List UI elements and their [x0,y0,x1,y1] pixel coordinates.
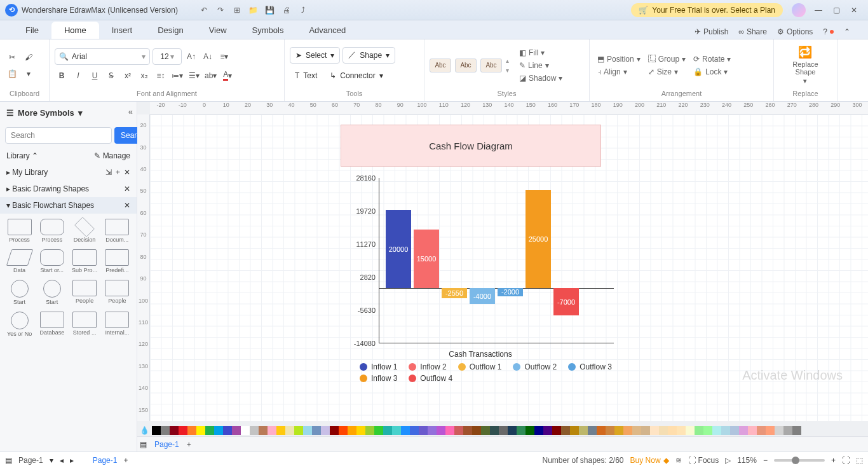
legend-item[interactable]: Inflow 2 [409,362,446,371]
status-page[interactable]: Page-1 [18,456,43,465]
color-swatch[interactable] [187,426,196,435]
next-page-button[interactable]: ▸ [70,456,74,465]
color-swatch[interactable] [223,426,232,435]
color-swatch[interactable] [445,426,454,435]
presentation-icon[interactable]: ▷ [725,456,731,465]
color-swatch[interactable] [285,426,294,435]
add-lib-icon[interactable]: + [116,168,120,177]
close-section-icon[interactable]: ✕ [124,201,130,210]
color-swatch[interactable] [472,426,481,435]
color-swatch[interactable] [312,426,321,435]
style-preset-2[interactable]: Abc [455,59,477,72]
color-swatch[interactable] [739,426,748,435]
color-swatch[interactable] [508,426,517,435]
menu-file[interactable]: File [13,22,51,39]
shape-start[interactable]: Start [36,277,67,308]
color-swatch[interactable] [517,426,526,435]
color-swatch[interactable] [695,426,703,435]
shape-start[interactable]: Start [4,277,35,308]
color-swatch[interactable] [659,426,668,435]
color-swatch[interactable] [703,426,712,435]
color-swatch[interactable] [677,426,686,435]
decrease-font-button[interactable]: A↓ [201,50,215,64]
color-swatch[interactable] [730,426,739,435]
more-symbols-label[interactable]: More Symbols [18,108,74,118]
manage-label[interactable]: Manage [103,151,130,160]
text-tool[interactable]: TText [290,67,322,84]
position-button[interactable]: ⬒Position▾ [595,53,643,65]
minimize-button[interactable]: — [810,1,827,19]
group-button[interactable]: ⿺Group▾ [646,53,688,65]
my-library-item[interactable]: My Library [12,168,48,177]
color-swatch[interactable] [356,426,365,435]
paste-button[interactable]: ▾ [22,67,36,81]
size-button[interactable]: ⤢Size▾ [646,66,681,78]
shape-startor[interactable]: Start or... [36,247,67,276]
add-page-status-button[interactable]: + [123,456,128,465]
color-swatch[interactable] [294,426,303,435]
color-swatch[interactable] [339,426,348,435]
color-swatch[interactable] [721,426,730,435]
menu-home[interactable]: Home [51,22,99,39]
shadow-button[interactable]: ◪Shadow▾ [517,72,565,84]
shape-yesorno[interactable]: Yes or No [4,309,35,340]
line-button[interactable]: ✎Line▾ [517,60,552,71]
import-lib-icon[interactable]: ⇲ [105,168,112,177]
color-swatch[interactable] [152,426,161,435]
shape-data[interactable]: Data [4,247,35,276]
color-swatch[interactable] [374,426,383,435]
underline-button[interactable]: U [88,69,102,83]
layers-icon[interactable]: ≋ [675,456,682,465]
rotate-button[interactable]: ⟳Rotate▾ [691,53,733,65]
collapse-panel-button[interactable]: « [128,107,133,116]
legend-item[interactable]: Outflow 2 [513,362,557,371]
shape-predefi[interactable]: Predefi... [102,247,133,276]
color-swatch[interactable] [570,426,579,435]
menu-design[interactable]: Design [145,22,196,39]
color-swatch[interactable] [401,426,410,435]
bar-outflow-1[interactable]: -2550 [442,288,467,298]
bar-inflow-1[interactable]: 20000 [386,210,411,288]
legend-item[interactable]: Outflow 1 [458,362,502,371]
shape-tool[interactable]: ／Shape▾ [342,47,395,64]
add-page-button[interactable]: + [187,440,191,449]
bar-inflow-3[interactable]: 25000 [526,190,551,288]
bar-outflow-2[interactable]: -4000 [470,288,495,304]
color-swatch[interactable] [321,426,330,435]
color-swatch[interactable] [490,426,499,435]
chart-title-box[interactable]: Cash Flow Diagram [341,125,601,167]
print-button[interactable]: 🖨 [280,3,294,17]
style-next[interactable]: ▾ [506,67,509,74]
color-swatch[interactable] [348,426,356,435]
color-swatch[interactable] [614,426,623,435]
options-button[interactable]: ⚙Options [772,25,818,39]
user-avatar[interactable] [792,3,806,17]
canvas[interactable]: Cash Flow Diagram -14080-563028201127019… [150,114,868,421]
fullscreen-button[interactable]: ⬚ [856,456,863,465]
library-label[interactable]: Library [6,151,30,160]
color-swatch[interactable] [526,426,534,435]
italic-button[interactable]: I [71,69,85,83]
shape-decision[interactable]: Decision [69,216,100,245]
shape-internal[interactable]: Internal... [102,309,133,340]
color-swatch[interactable] [410,426,419,435]
align-button[interactable]: ⫞Align▾ [595,66,630,78]
lock-button[interactable]: 🔒Lock▾ [691,66,730,78]
color-swatch[interactable] [641,426,650,435]
export-button[interactable]: ⤴ [296,3,310,17]
menu-view[interactable]: View [196,22,240,39]
new-button[interactable]: ⊞ [230,3,244,17]
color-swatch[interactable] [205,426,214,435]
color-swatch[interactable] [196,426,205,435]
prev-page-button[interactable]: ◂ [60,456,64,465]
maximize-button[interactable]: ▢ [827,1,845,19]
status-page-tab[interactable]: Page-1 [93,456,118,465]
bold-button[interactable]: B [55,69,69,83]
zoom-level[interactable]: 115% [737,456,757,465]
legend-item[interactable]: Outflow 4 [409,374,452,383]
color-swatch[interactable] [259,426,268,435]
color-swatch[interactable] [419,426,428,435]
color-swatch[interactable] [463,426,472,435]
color-swatch[interactable] [712,426,721,435]
color-swatch[interactable] [606,426,614,435]
